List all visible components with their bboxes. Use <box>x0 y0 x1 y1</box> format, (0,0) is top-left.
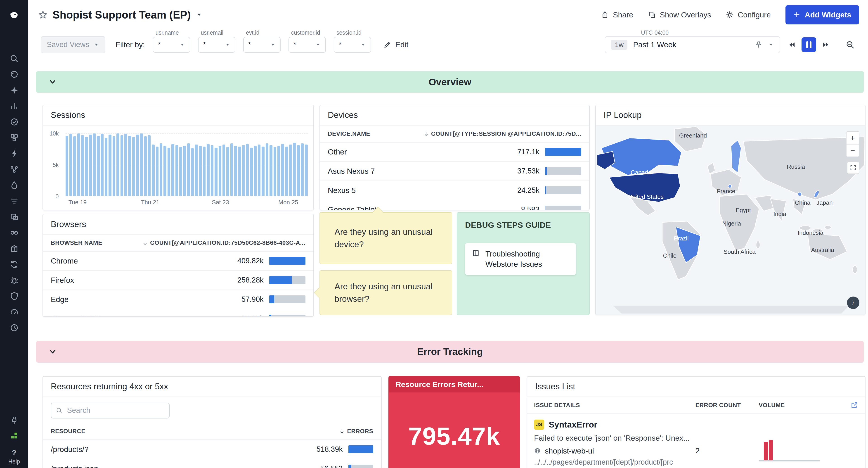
column-header-count[interactable]: COUNT[@APPLICATION.ID:75D50C62-8B66-403C… <box>142 239 306 246</box>
world-map[interactable]: GreenlandRussiaCanadaUnited StatesFrance… <box>596 125 865 315</box>
show-overlays-label: Show Overlays <box>660 10 711 19</box>
gear-icon <box>726 11 734 19</box>
column-header-device-name[interactable]: DEVICE.NAME <box>328 130 370 137</box>
toplist-row[interactable]: Asus Nexus 737.53k <box>320 162 589 181</box>
time-range-picker[interactable]: 1w Past 1 Week <box>605 36 780 53</box>
map-zoom-in-button[interactable]: + <box>846 131 859 144</box>
nav-bits-ai[interactable] <box>4 83 24 98</box>
column-header-volume[interactable]: VOLUME <box>759 402 844 409</box>
column-header-count[interactable]: COUNT[@TYPE:SESSION @APPLICATION.ID:75D.… <box>423 130 581 137</box>
title-chevron-down-icon[interactable] <box>196 11 203 18</box>
pin-icon[interactable] <box>755 41 763 49</box>
nav-synthetics[interactable] <box>4 225 24 240</box>
nav-apps[interactable] <box>4 428 24 443</box>
session-bar <box>301 143 304 196</box>
nav-security[interactable] <box>4 288 24 304</box>
issue-details: JS SyntaxError Failed to execute 'json' … <box>534 419 695 467</box>
session-bar <box>160 143 162 196</box>
saved-views-label: Saved Views <box>47 40 89 49</box>
nav-infrastructure[interactable] <box>4 130 24 145</box>
apm-icon <box>10 149 19 158</box>
search-input[interactable] <box>66 406 164 415</box>
nav-apm[interactable] <box>4 146 24 161</box>
widget-ip-lookup: IP Lookup <box>595 105 866 315</box>
toplist-row[interactable]: Edge57.90k <box>43 290 313 309</box>
column-header-errors[interactable]: ERRORS <box>339 428 373 435</box>
section-collapse-icon[interactable] <box>49 78 57 86</box>
map-zoom-out-button[interactable]: − <box>846 144 859 156</box>
time-forward-button[interactable] <box>818 37 833 52</box>
map-label-chile: Chile <box>663 252 677 259</box>
template-variable-usr.email[interactable]: usr.email* <box>198 37 236 53</box>
template-variable-customer.id[interactable]: customer.id* <box>288 37 326 53</box>
sessions-chart[interactable]: 10k5k0 Tue 19Thu 21Sat 23Mon 25 <box>43 125 313 210</box>
map-label-china: China <box>795 199 811 206</box>
time-pause-button[interactable] <box>802 37 816 52</box>
row-name: Chrome <box>51 257 78 265</box>
nav-logs[interactable] <box>4 178 24 193</box>
configure-button[interactable]: Configure <box>726 10 771 19</box>
nav-pipelines[interactable] <box>4 194 24 209</box>
template-variable-value: * <box>293 40 310 49</box>
debug-guide-link[interactable]: Troubleshooting Webstore Issues <box>465 243 576 275</box>
edit-button[interactable]: Edit <box>383 40 409 49</box>
session-bar <box>89 135 92 196</box>
overview-section-band[interactable]: Overview <box>36 71 864 93</box>
nav-monitors[interactable] <box>4 114 24 129</box>
widget-title: Sessions <box>43 105 313 125</box>
map-new-zealand <box>852 266 857 273</box>
issue-path: ../../../pages/department/[dept]/product… <box>534 458 695 466</box>
template-variable-value: * <box>248 40 264 49</box>
nav-ci-cd[interactable] <box>4 257 24 272</box>
toplist-row[interactable]: /products.json56,553 <box>43 459 381 468</box>
error-tracking-section-band[interactable]: Error Tracking <box>36 341 864 362</box>
toplist-row[interactable]: Generic Tablet8,583 <box>320 200 589 211</box>
favorite-star-icon[interactable] <box>38 10 48 19</box>
row-bar <box>269 295 306 303</box>
topbar-actions: Share Show Overlays Configure Add Widget… <box>601 5 859 24</box>
add-widgets-button[interactable]: Add Widgets <box>785 5 859 24</box>
share-button[interactable]: Share <box>601 10 633 19</box>
column-header-browser-name[interactable]: BROWSER NAME <box>51 239 102 246</box>
template-variable-evt.id[interactable]: evt.id* <box>243 37 281 53</box>
template-variable-session.id[interactable]: session.id* <box>334 37 371 53</box>
section-collapse-icon[interactable] <box>49 348 57 356</box>
nav-rum[interactable] <box>4 209 24 225</box>
issue-type[interactable]: SyntaxError <box>549 420 597 430</box>
session-bar <box>69 134 72 196</box>
toplist-row[interactable]: Firefox258.28k <box>43 271 313 290</box>
nav-search[interactable] <box>4 51 24 66</box>
datadog-logo-icon[interactable] <box>4 6 24 25</box>
map-info-button[interactable]: i <box>847 296 860 309</box>
time-backward-button[interactable] <box>784 37 799 52</box>
toplist-row[interactable]: Chrome Mobile23.15k <box>43 309 313 317</box>
nav-packages[interactable] <box>4 241 24 256</box>
nav-plug[interactable] <box>4 413 24 428</box>
show-overlays-button[interactable]: Show Overlays <box>648 10 711 19</box>
nav-history[interactable] <box>4 67 24 82</box>
session-bar <box>234 146 237 196</box>
nav-error-tracking[interactable] <box>4 272 24 288</box>
zoom-out-button[interactable] <box>842 39 858 50</box>
nav-metrics[interactable] <box>4 98 24 114</box>
toplist-row[interactable]: /products/?518.39k <box>43 440 381 459</box>
external-link-icon[interactable] <box>850 401 858 409</box>
column-header-issue-details[interactable]: ISSUE DETAILS <box>534 402 695 409</box>
saved-views-dropdown[interactable]: Saved Views <box>41 36 105 53</box>
toplist-row[interactable]: Chrome409.82k <box>43 252 313 271</box>
nav-profiling[interactable] <box>4 304 24 320</box>
plug-icon <box>10 416 19 425</box>
sidebar-help[interactable]: ? Help <box>8 449 20 465</box>
column-header-error-count[interactable]: ERROR COUNT <box>695 402 759 409</box>
column-header-resource[interactable]: RESOURCE <box>51 428 86 435</box>
nav-scheduler[interactable] <box>4 320 24 335</box>
nav-service-map[interactable] <box>4 162 24 177</box>
session-bar <box>277 146 280 196</box>
issue-row[interactable]: JS SyntaxError Failed to execute 'json' … <box>527 414 865 468</box>
toplist-row[interactable]: Nexus 524.25k <box>320 181 589 200</box>
synthetics-icon <box>10 228 19 237</box>
map-fit-button[interactable] <box>847 162 860 174</box>
template-variable-usr.name[interactable]: usr.name* <box>153 37 190 53</box>
toplist-row[interactable]: Other717.1k <box>320 143 589 162</box>
row-bar <box>269 315 306 317</box>
